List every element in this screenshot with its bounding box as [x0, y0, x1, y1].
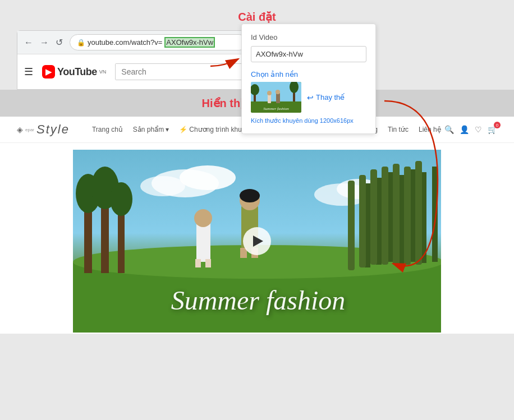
video-id-panel: Id Video Chọn ảnh nền [241, 24, 376, 134]
bottom-section: ◈ epar Style Trang chủ Sản phẩm ▾ ⚡ Chươ… [0, 117, 514, 334]
svg-point-7 [267, 91, 272, 95]
url-prefix: youtube.com/watch?v= [88, 38, 162, 47]
id-video-label: Id Video [251, 33, 366, 41]
nav-lien-he[interactable]: Liên hệ [419, 126, 441, 133]
page-wrapper: Cài đặt ← → ↺ 🔒 youtube.com/watch?v=AXOf… [0, 0, 514, 334]
svg-rect-30 [382, 167, 388, 265]
browser-nav-buttons: ← → ↺ [22, 36, 65, 49]
search-input[interactable] [116, 64, 245, 80]
svg-rect-43 [205, 259, 211, 267]
lightning-icon: ⚡ [179, 126, 187, 133]
svg-rect-31 [393, 164, 400, 265]
nav-trang-chu[interactable]: Trang chủ [92, 126, 123, 133]
thumbnail-svg: Summer fashion [251, 82, 301, 113]
search-icon[interactable]: 🔍 [444, 125, 454, 134]
browser-mockup: ← → ↺ 🔒 youtube.com/watch?v=AXOfw9x-hVw … [17, 30, 253, 90]
cart-icon[interactable]: 🛒0 [488, 125, 497, 134]
style-logo: ◈ epar Style [17, 122, 70, 137]
youtube-icon: ▶ [42, 65, 55, 79]
cart-count: 0 [494, 122, 501, 128]
youtube-country: VN [99, 69, 107, 75]
youtube-brand-text: YouTube [57, 66, 97, 78]
svg-rect-42 [195, 259, 201, 267]
forward-button[interactable]: → [38, 36, 51, 49]
logo-pre-text: epar [25, 127, 34, 132]
svg-point-41 [194, 209, 212, 227]
thumbnail-section: Chọn ảnh nền [251, 70, 366, 113]
svg-rect-33 [415, 161, 422, 265]
lock-icon: 🔒 [77, 39, 85, 47]
nav-san-pham[interactable]: Sản phẩm ▾ [133, 126, 169, 133]
nav-icons: 🔍 👤 ♡ 🛒0 [444, 125, 497, 134]
nav-tin-tuc[interactable]: Tin tức [388, 126, 409, 133]
thumbnail-row: Summer fashion ↩ Thay thế [251, 82, 366, 113]
youtube-search-bar[interactable] [115, 63, 245, 80]
chevron-down-icon: ▾ [166, 126, 169, 133]
size-hint: Kích thước khuyên dùng 1200x616px [251, 117, 366, 124]
svg-point-46 [240, 189, 260, 202]
svg-point-14 [140, 176, 185, 196]
svg-rect-40 [196, 223, 210, 262]
diamond-icon: ◈ [17, 125, 23, 134]
refresh-button[interactable]: ↺ [53, 36, 65, 49]
svg-rect-25 [432, 167, 438, 262]
svg-text:Summer fashion: Summer fashion [263, 107, 289, 111]
youtube-header: ☰ ▶ YouTubeVN [17, 60, 252, 84]
play-button[interactable] [243, 227, 271, 255]
svg-rect-28 [359, 175, 366, 267]
svg-text:Summer fashion: Summer fashion [171, 285, 346, 315]
hamburger-menu[interactable]: ☰ [24, 66, 33, 78]
replace-label: Thay thế [316, 93, 345, 101]
address-bar[interactable]: 🔒 youtube.com/watch?v=AXOfw9x-hVw [70, 34, 247, 50]
svg-point-13 [180, 165, 236, 190]
thumbnail-label: Chọn ảnh nền [251, 70, 366, 79]
play-icon [253, 236, 263, 247]
svg-rect-32 [404, 167, 411, 265]
svg-point-39 [110, 182, 132, 216]
wishlist-icon[interactable]: ♡ [475, 125, 482, 134]
replace-thumbnail-button[interactable]: ↩ Thay thế [307, 93, 345, 102]
top-section: Cài đặt ← → ↺ 🔒 youtube.com/watch?v=AXOf… [0, 0, 514, 90]
thumbnail-preview: Summer fashion [251, 82, 301, 113]
svg-point-9 [276, 90, 280, 94]
video-banner[interactable]: Summer fashion [72, 149, 442, 334]
svg-rect-29 [370, 169, 377, 265]
youtube-content: ☰ ▶ YouTubeVN [17, 54, 252, 89]
svg-rect-27 [348, 181, 355, 270]
logo-main-text: Style [36, 122, 70, 137]
url-highlight: AXOfw9x-hVw [164, 37, 215, 48]
id-video-input[interactable] [251, 46, 366, 62]
back-button[interactable]: ← [22, 36, 35, 49]
youtube-logo: ▶ YouTubeVN [42, 65, 106, 79]
user-icon[interactable]: 👤 [460, 125, 469, 134]
svg-rect-8 [276, 93, 280, 103]
replace-icon: ↩ [307, 93, 314, 102]
browser-toolbar: ← → ↺ 🔒 youtube.com/watch?v=AXOfw9x-hVw [17, 31, 252, 54]
svg-rect-6 [268, 94, 271, 103]
